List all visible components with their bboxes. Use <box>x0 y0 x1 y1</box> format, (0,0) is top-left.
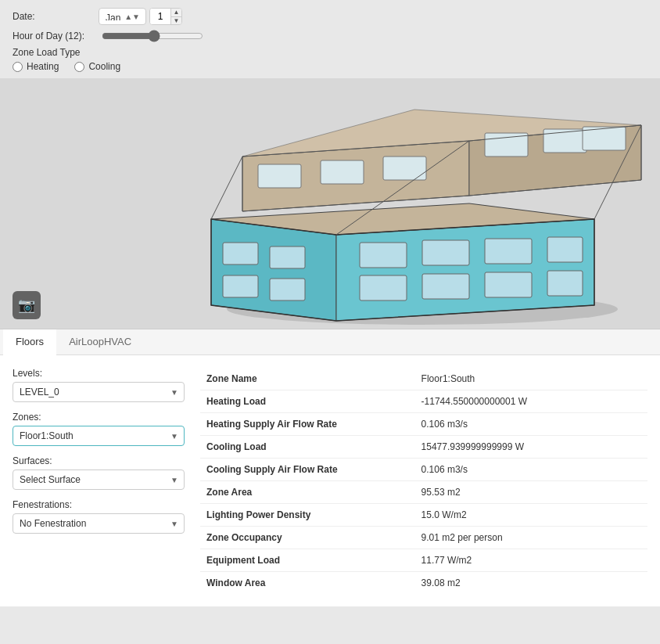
row-key: Heating Load <box>200 390 415 413</box>
tab-bar: Floors AirLoopHVAC <box>0 329 660 355</box>
tab-airlooPhvac[interactable]: AirLoopHVAC <box>56 329 144 355</box>
hour-label: Hour of Day (12): <box>13 31 99 41</box>
row-key: Cooling Load <box>200 436 415 459</box>
row-value: 95.53 m2 <box>415 481 647 504</box>
window-fl-3 <box>223 275 258 297</box>
zone-load-type-label: Zone Load Type <box>13 47 647 58</box>
zone-data-table: Zone NameFloor1:SouthHeating Load-11744.… <box>200 368 647 594</box>
zones-group: Zones: Floor1:South ▼ <box>13 412 185 446</box>
window-fr-6 <box>422 274 469 299</box>
building-svg <box>0 78 660 329</box>
day-input[interactable] <box>150 9 170 24</box>
surfaces-group: Surfaces: Select Surface ▼ <box>13 455 185 490</box>
window-fr-8 <box>547 271 583 296</box>
day-up-button[interactable]: ▲ <box>171 9 181 17</box>
camera-icon: 📷 <box>18 297 35 314</box>
left-column: Levels: LEVEL_0 ▼ Zones: Floor1:South ▼ <box>13 368 185 594</box>
table-row: Heating Supply Air Flow Rate0.106 m3/s <box>200 413 647 436</box>
table-row: Window Area39.08 m2 <box>200 572 647 595</box>
cooling-label: Cooling <box>88 61 120 72</box>
date-label: Date: <box>13 11 99 22</box>
front-left-face <box>211 219 336 321</box>
heating-radio[interactable] <box>13 62 23 72</box>
window-fr-7 <box>485 272 532 297</box>
row-value: 0.106 m3/s <box>415 413 647 436</box>
levels-label: Levels: <box>13 368 185 379</box>
table-row: Zone Area95.53 m2 <box>200 481 647 504</box>
window-fl-1 <box>223 243 258 264</box>
window-fr-4 <box>547 237 583 262</box>
fenestrations-group: Fenestrations: No Fenestration ▼ <box>13 499 185 534</box>
tab-floors[interactable]: Floors <box>3 329 56 355</box>
row-key: Heating Supply Air Flow Rate <box>200 413 415 436</box>
table-row: Heating Load-11744.550000000001 W <box>200 390 647 413</box>
table-row: Equipment Load11.77 W/m2 <box>200 549 647 572</box>
window-in-2 <box>321 160 364 184</box>
window-fl-4 <box>270 279 305 300</box>
row-key: Cooling Supply Air Flow Rate <box>200 459 415 481</box>
zones-wrapper: Floor1:South ▼ <box>13 426 185 446</box>
row-value: 11.77 W/m2 <box>415 549 647 572</box>
levels-group: Levels: LEVEL_0 ▼ <box>13 368 185 402</box>
day-arrows: ▲ ▼ <box>170 9 181 24</box>
row-value: 9.01 m2 per person <box>415 527 647 549</box>
edge-1 <box>211 157 242 219</box>
heating-label: Heating <box>27 61 59 72</box>
cooling-radio[interactable] <box>74 62 84 72</box>
day-down-button[interactable]: ▼ <box>171 17 181 25</box>
window-fr-3 <box>485 239 532 264</box>
heating-option[interactable]: Heating <box>13 61 59 72</box>
row-value: 15477.939999999999 W <box>415 436 647 459</box>
table-row: Lighting Power Density15.0 W/m2 <box>200 504 647 527</box>
month-select[interactable]: Jan Feb Mar Apr May Jun Jul Aug Sep Oct … <box>99 8 146 25</box>
window-in-3 <box>383 157 426 180</box>
window-fr-1 <box>360 243 407 268</box>
bottom-content: Levels: LEVEL_0 ▼ Zones: Floor1:South ▼ <box>0 355 660 606</box>
month-wrapper: Jan Feb Mar Apr May Jun Jul Aug Sep Oct … <box>99 8 146 25</box>
front-right-face <box>336 219 594 321</box>
window-in-5 <box>543 129 586 153</box>
row-key: Zone Occupancy <box>200 527 415 549</box>
top-panel: Date: Jan Feb Mar Apr May Jun Jul Aug Se… <box>0 0 660 78</box>
fenestrations-label: Fenestrations: <box>13 499 185 510</box>
row-key: Zone Name <box>200 368 415 390</box>
date-controls: Jan Feb Mar Apr May Jun Jul Aug Sep Oct … <box>99 8 182 25</box>
row-key: Equipment Load <box>200 549 415 572</box>
day-spinner: ▲ ▼ <box>149 8 182 25</box>
radio-options: Heating Cooling <box>13 61 647 72</box>
zones-select[interactable]: Floor1:South <box>13 426 185 446</box>
table-row: Zone Occupancy9.01 m2 per person <box>200 527 647 549</box>
window-in-1 <box>258 164 301 188</box>
table-row: Cooling Load15477.939999999999 W <box>200 436 647 459</box>
surfaces-select[interactable]: Select Surface <box>13 470 185 490</box>
row-value: 39.08 m2 <box>415 572 647 595</box>
zones-label: Zones: <box>13 412 185 423</box>
viewport: 📷 <box>0 78 660 329</box>
window-fr-2 <box>422 240 469 265</box>
levels-select[interactable]: LEVEL_0 <box>13 382 185 402</box>
row-value: 0.106 m3/s <box>415 459 647 481</box>
camera-button[interactable]: 📷 <box>13 291 41 319</box>
cooling-option[interactable]: Cooling <box>74 61 120 72</box>
bottom-panel: Floors AirLoopHVAC Levels: LEVEL_0 ▼ Zon… <box>0 329 660 606</box>
row-key: Lighting Power Density <box>200 504 415 527</box>
fenestrations-wrapper: No Fenestration ▼ <box>13 513 185 534</box>
table-row: Zone NameFloor1:South <box>200 368 647 390</box>
hour-row: Hour of Day (12): <box>13 30 647 42</box>
row-value: Floor1:South <box>415 368 647 390</box>
right-column: Zone NameFloor1:SouthHeating Load-11744.… <box>200 368 647 594</box>
surfaces-label: Surfaces: <box>13 455 185 466</box>
row-key: Window Area <box>200 572 415 595</box>
table-row: Cooling Supply Air Flow Rate0.106 m3/s <box>200 459 647 481</box>
window-fl-2 <box>270 246 305 268</box>
date-row: Date: Jan Feb Mar Apr May Jun Jul Aug Se… <box>13 8 647 25</box>
row-value: 15.0 W/m2 <box>415 504 647 527</box>
hour-slider[interactable] <box>102 30 203 42</box>
zone-load-type-group: Zone Load Type Heating Cooling <box>13 47 647 72</box>
row-value: -11744.550000000001 W <box>415 390 647 413</box>
fenestrations-select[interactable]: No Fenestration <box>13 513 185 534</box>
row-key: Zone Area <box>200 481 415 504</box>
window-in-4 <box>485 133 528 157</box>
levels-wrapper: LEVEL_0 ▼ <box>13 382 185 402</box>
window-fr-5 <box>360 275 407 300</box>
